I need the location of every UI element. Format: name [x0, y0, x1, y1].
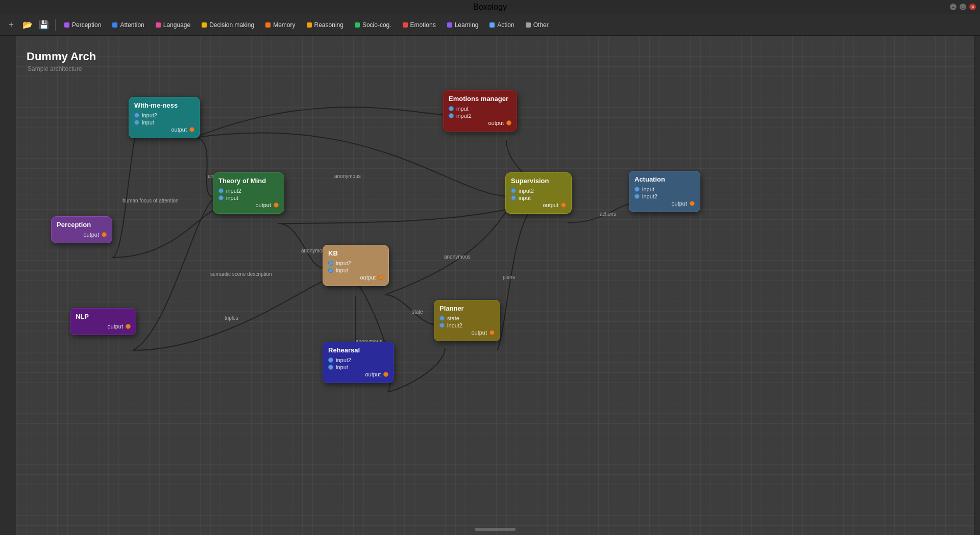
edge-label-actions: actions	[600, 211, 616, 217]
node-with-me-ness[interactable]: With-me-ness input2 input output	[129, 97, 200, 138]
action-dot	[489, 22, 495, 28]
node-planner[interactable]: Planner state input2 output	[434, 300, 500, 341]
node-perception-title: Perception	[57, 221, 107, 228]
memory-tag[interactable]: Memory	[261, 19, 300, 31]
node-actuation[interactable]: Actuation input input2 output	[629, 171, 700, 212]
port-output-dot	[506, 120, 511, 125]
action-tag[interactable]: Action	[485, 19, 519, 31]
learning-dot	[447, 22, 452, 28]
node-supervision[interactable]: Supervision input2 input output	[505, 172, 572, 214]
node-kb-title: KB	[328, 249, 383, 257]
canvas-area[interactable]: Dummy Arch Sample architecture	[16, 36, 974, 535]
node-rehearsal-input2: input2	[328, 357, 388, 363]
edge-label-plans: plans	[503, 274, 515, 280]
node-rehearsal-input: input	[328, 364, 388, 370]
node-rehearsal-title: Rehearsal	[328, 346, 388, 354]
node-nlp[interactable]: NLP output	[70, 308, 136, 335]
node-perception[interactable]: Perception output	[51, 216, 112, 243]
socio-dot	[355, 22, 360, 28]
save-button[interactable]: 💾	[37, 18, 51, 32]
scroll-hint	[475, 528, 516, 531]
port-output-dot	[561, 202, 566, 208]
perception-tag[interactable]: Perception	[60, 19, 106, 31]
open-button[interactable]: 📂	[20, 18, 35, 32]
node-rehearsal[interactable]: Rehearsal input2 input output	[323, 342, 394, 383]
minimize-button[interactable]: −	[950, 4, 957, 10]
arch-title: Dummy Arch	[27, 50, 96, 63]
port-output-dot	[690, 201, 695, 206]
node-planner-title: Planner	[439, 304, 495, 312]
memory-dot	[265, 22, 271, 28]
port-input2-dot	[511, 188, 516, 193]
node-tom-input2: input2	[218, 188, 279, 194]
node-act-input: input	[634, 186, 695, 192]
node-tom-output: output	[218, 202, 279, 208]
perception-dot	[64, 22, 69, 28]
attention-tag[interactable]: Attention	[108, 19, 149, 31]
learning-label: Learning	[455, 21, 479, 29]
node-kb[interactable]: KB input2 input output	[323, 245, 389, 286]
other-tag[interactable]: Other	[521, 19, 553, 31]
port-input-dot	[634, 187, 640, 192]
reasoning-tag[interactable]: Reasoning	[302, 19, 348, 31]
app-title: Boxology	[473, 3, 507, 12]
node-em-output: output	[449, 120, 511, 126]
emotions-dot	[403, 22, 408, 28]
toolbar: ＋ 📂 💾 Perception Attention Language Deci…	[0, 14, 980, 36]
window-controls[interactable]: − □ ✕	[950, 4, 976, 10]
port-input-dot	[134, 120, 139, 125]
learning-tag[interactable]: Learning	[443, 19, 483, 31]
attention-label: Attention	[120, 21, 144, 29]
edge-label-semantic-scene: semantic scene description	[210, 271, 272, 277]
main-area: Dummy Arch Sample architecture	[0, 36, 980, 535]
edge-label-triples: triples	[225, 315, 238, 321]
port-input-dot	[511, 195, 516, 200]
node-sup-input: input	[511, 195, 566, 201]
language-label: Language	[163, 21, 190, 29]
port-output-dot	[383, 372, 388, 377]
close-button[interactable]: ✕	[969, 4, 976, 10]
node-em-input2: input2	[449, 113, 511, 119]
node-rehearsal-output: output	[328, 371, 388, 377]
add-button[interactable]: ＋	[4, 18, 18, 32]
node-emotions-manager[interactable]: Emotions manager input input2 output	[443, 90, 517, 132]
socio-label: Socio-cog.	[362, 21, 391, 29]
node-theory-of-mind[interactable]: Theory of Mind input2 input output	[213, 172, 284, 214]
port-input2-dot	[328, 261, 333, 266]
node-act-output: output	[634, 200, 695, 207]
language-tag[interactable]: Language	[151, 19, 195, 31]
maximize-button[interactable]: □	[960, 4, 966, 10]
edge-label-anon4: anonymous	[444, 254, 471, 260]
node-kb-output: output	[328, 274, 383, 281]
node-nlp-output: output	[76, 323, 131, 329]
node-planner-output: output	[439, 329, 495, 336]
edge-label-human-focus: human focus of attention	[122, 198, 179, 203]
node-tom-input: input	[218, 195, 279, 201]
socio-tag[interactable]: Socio-cog.	[350, 19, 396, 31]
port-input2-dot	[328, 358, 333, 363]
node-with-me-ness-input2: input2	[134, 112, 194, 118]
port-output-dot	[274, 202, 279, 208]
node-nlp-title: NLP	[76, 313, 131, 320]
other-label: Other	[533, 21, 549, 29]
language-dot	[156, 22, 161, 28]
decision-tag[interactable]: Decision making	[197, 19, 259, 31]
arch-subtitle: Sample architecture	[28, 65, 82, 72]
node-em-input: input	[449, 106, 511, 112]
port-input-dot	[328, 365, 333, 370]
port-output-dot	[102, 232, 107, 237]
right-gutter	[974, 36, 980, 535]
port-input2-dot	[439, 323, 445, 328]
emotions-tag[interactable]: Emotions	[398, 19, 440, 31]
node-sup-input2: input2	[511, 188, 566, 194]
node-planner-input2: input2	[439, 322, 495, 328]
node-emotions-manager-title: Emotions manager	[449, 95, 511, 103]
emotions-label: Emotions	[410, 21, 436, 29]
port-input2-dot	[134, 113, 139, 118]
node-sup-output: output	[511, 202, 566, 208]
port-input2-dot	[449, 113, 454, 118]
reasoning-label: Reasoning	[314, 21, 344, 29]
decision-label: Decision making	[209, 21, 254, 29]
port-input2-dot	[634, 194, 640, 199]
port-output-dot	[378, 275, 383, 280]
